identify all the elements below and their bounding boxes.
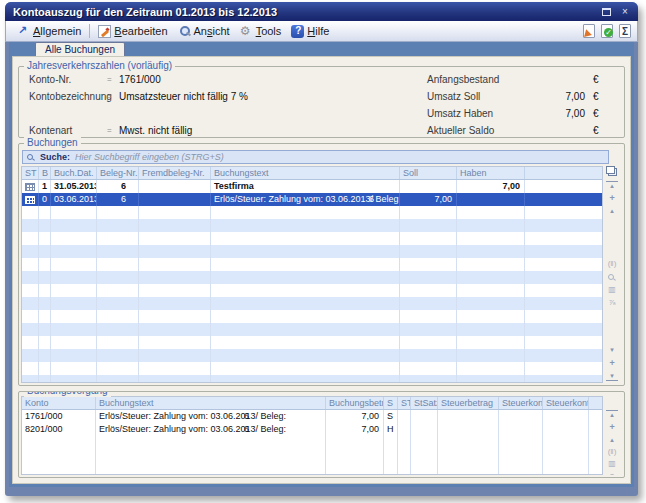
- column-header[interactable]: Buchungsbetrag: [326, 397, 384, 409]
- column-header[interactable]: ST: [398, 397, 411, 409]
- cell: [139, 258, 211, 271]
- column-width-icon[interactable]: [606, 448, 618, 456]
- scroll-down-icon[interactable]: [606, 472, 618, 475]
- cell: [457, 362, 525, 375]
- steuerkonto1-cell: [499, 423, 543, 436]
- blank-cell: [525, 180, 602, 193]
- column-header[interactable]: ST: [22, 167, 39, 179]
- empty-row[interactable]: [22, 449, 602, 462]
- titlebar[interactable]: Kontoauszug für den Zeitraum 01.2013 bis…: [5, 2, 638, 21]
- menu-allgemein[interactable]: Allgemein: [12, 24, 86, 39]
- st-cell: [398, 423, 411, 436]
- empty-row[interactable]: [22, 462, 602, 474]
- column-width-icon[interactable]: [606, 260, 618, 269]
- table-row[interactable]: 131.05.20136Testfirma7,00: [22, 180, 602, 193]
- fraction-view-icon[interactable]: [606, 299, 618, 308]
- column-header[interactable]: S: [384, 397, 398, 409]
- row-search-icon[interactable]: [606, 273, 618, 282]
- scroll-up-icon[interactable]: [606, 207, 618, 216]
- empty-row[interactable]: [22, 206, 602, 219]
- column-chooser-icon[interactable]: [608, 168, 617, 176]
- insert-row-icon[interactable]: [606, 423, 618, 432]
- menu-hilfe[interactable]: Hilfe: [286, 24, 334, 39]
- restore-icon[interactable]: [599, 6, 613, 18]
- empty-row[interactable]: [22, 375, 602, 382]
- cell: [457, 245, 525, 258]
- field-value: 7,00: [545, 108, 585, 119]
- menu-ansicht[interactable]: Ansicht: [173, 24, 235, 39]
- column-header[interactable]: Haben: [457, 167, 525, 179]
- menu-tools[interactable]: Tools: [235, 24, 287, 39]
- cell: [525, 323, 602, 336]
- check-doc-icon[interactable]: [601, 24, 613, 38]
- cell: [211, 362, 400, 375]
- cell: [97, 232, 139, 245]
- empty-row[interactable]: [22, 310, 602, 323]
- cell: [438, 462, 499, 474]
- column-header[interactable]: Buchungstext: [211, 167, 400, 179]
- cell: [97, 284, 139, 297]
- empty-row[interactable]: [22, 232, 602, 245]
- cell: [22, 284, 39, 297]
- field-label: Kontobezeichnung: [29, 91, 107, 102]
- haben-cell: [457, 193, 525, 206]
- field-anfangsbestand: Anfangsbestand€: [427, 74, 599, 85]
- tab-alle-buchungen[interactable]: Alle Buchungen: [35, 42, 125, 56]
- grid-settings-icon[interactable]: [606, 286, 618, 295]
- scroll-first-icon[interactable]: [606, 410, 618, 419]
- column-header[interactable]: Buch.Dat.: [51, 167, 97, 179]
- cell: [97, 375, 139, 382]
- empty-row[interactable]: [22, 336, 602, 349]
- insert-row-icon[interactable]: [606, 194, 618, 203]
- column-header[interactable]: Konto: [22, 397, 96, 409]
- empty-row[interactable]: [22, 258, 602, 271]
- column-header[interactable]: [525, 167, 602, 179]
- menu-bearbeiten[interactable]: Bearbeiten: [93, 24, 172, 39]
- column-header[interactable]: StSatz: [411, 397, 438, 409]
- column-header[interactable]: B: [39, 167, 51, 179]
- column-header[interactable]: Steuerbetrag: [438, 397, 499, 409]
- sum-doc-icon[interactable]: [619, 24, 631, 38]
- empty-row[interactable]: [22, 271, 602, 284]
- column-header[interactable]: Beleg-Nr.: [97, 167, 139, 179]
- column-header[interactable]: Buchungstext: [96, 397, 326, 409]
- cell: [39, 375, 51, 382]
- empty-row[interactable]: [22, 323, 602, 336]
- column-header[interactable]: Fremdbeleg-Nr.: [139, 167, 211, 179]
- column-header[interactable]: Steuerkonto 2: [543, 397, 589, 409]
- scroll-down-icon[interactable]: [606, 346, 618, 355]
- cell: [400, 323, 457, 336]
- table-row[interactable]: 8201/000Erlös/Steuer: Zahlung vom: 03.06…: [22, 423, 602, 436]
- buchungen-scroll-strip: [603, 166, 621, 383]
- field-label: Anfangsbestand: [427, 74, 545, 85]
- cell: [525, 206, 602, 219]
- empty-row[interactable]: [22, 219, 602, 232]
- scroll-last-icon[interactable]: [606, 372, 618, 381]
- st-cell: [22, 180, 39, 193]
- equals-marker-icon: [107, 126, 119, 135]
- empty-row[interactable]: [22, 245, 602, 258]
- scroll-first-icon[interactable]: [606, 181, 618, 190]
- view-icon: [178, 25, 191, 38]
- cell: [139, 206, 211, 219]
- column-header[interactable]: [589, 397, 602, 409]
- cell: [39, 258, 51, 271]
- cell: [39, 362, 51, 375]
- empty-row[interactable]: [22, 284, 602, 297]
- empty-row[interactable]: [22, 349, 602, 362]
- column-header[interactable]: Soll: [400, 167, 457, 179]
- report-icon[interactable]: [583, 24, 595, 38]
- grid-settings-icon[interactable]: [606, 460, 618, 468]
- column-header[interactable]: Steuerkonto 1: [499, 397, 543, 409]
- empty-row[interactable]: [22, 362, 602, 375]
- scroll-up-icon[interactable]: [606, 436, 618, 444]
- table-row[interactable]: 003.06.20136Erlös/Steuer: Zahlung vom: 0…: [22, 193, 602, 206]
- empty-row[interactable]: [22, 436, 602, 449]
- table-row[interactable]: 1761/000Erlös/Steuer: Zahlung vom: 03.06…: [22, 410, 602, 423]
- menubar: AllgemeinBearbeitenAnsichtToolsHilfe: [5, 21, 638, 42]
- append-row-icon[interactable]: [606, 359, 618, 368]
- search-bar[interactable]: Suche: Hier Suchbegriff eingeben (STRG+S…: [22, 150, 609, 164]
- empty-row[interactable]: [22, 297, 602, 310]
- cell: [211, 323, 400, 336]
- close-icon[interactable]: ×: [618, 6, 632, 18]
